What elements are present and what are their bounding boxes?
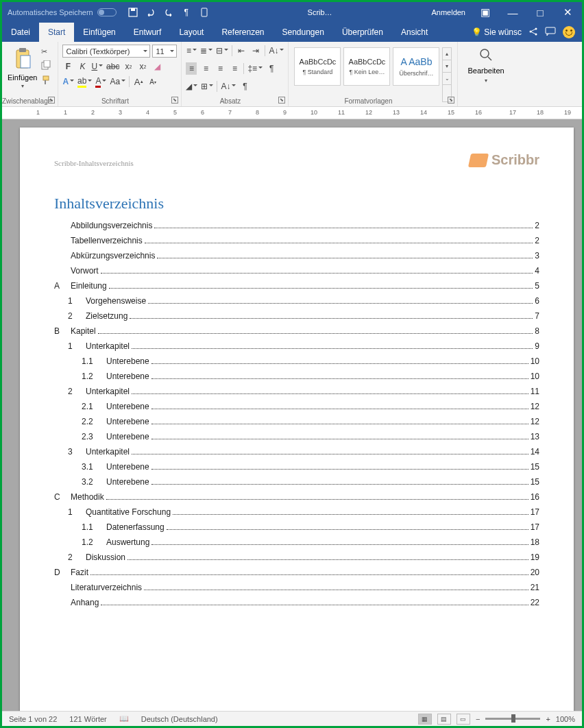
zoom-out-icon[interactable]: − bbox=[476, 715, 480, 723]
save-icon[interactable] bbox=[127, 6, 138, 19]
sort-az-icon[interactable]: A↓ bbox=[221, 80, 236, 93]
highlight-icon[interactable]: ab bbox=[77, 75, 92, 88]
toc-entry[interactable]: CMethodik 16 bbox=[54, 492, 539, 502]
superscript-button[interactable]: x2 bbox=[137, 60, 148, 73]
signin-link[interactable]: Anmelden bbox=[431, 8, 465, 16]
tab-einfügen[interactable]: Einfügen bbox=[74, 23, 124, 42]
style-heading1[interactable]: A AaBbÜberschrif… bbox=[393, 47, 439, 86]
toggle-switch-icon[interactable] bbox=[97, 8, 117, 16]
toc-entry[interactable]: AEinleitung 5 bbox=[54, 281, 539, 291]
tab-referenzen[interactable]: Referenzen bbox=[212, 23, 273, 42]
toc-entry[interactable]: 1.1Unterebene 10 bbox=[54, 356, 539, 366]
share-icon[interactable] bbox=[528, 27, 538, 38]
tab-ansicht[interactable]: Ansicht bbox=[392, 23, 437, 42]
change-case-button[interactable]: Aa bbox=[110, 75, 125, 88]
toc-entry[interactable]: Anhang 22 bbox=[54, 598, 539, 607]
zoom-slider[interactable] bbox=[485, 718, 540, 720]
view-print-icon[interactable]: ▤ bbox=[437, 714, 451, 725]
strikethrough-button[interactable]: abc bbox=[106, 60, 119, 73]
word-count[interactable]: 121 Wörter bbox=[69, 715, 106, 723]
language[interactable]: Deutsch (Deutschland) bbox=[141, 715, 218, 723]
feedback-smiley-icon[interactable] bbox=[563, 26, 575, 38]
toc-entry[interactable]: 1.2Unterebene 10 bbox=[54, 372, 539, 381]
style-no-spacing[interactable]: AaBbCcDc¶ Kein Lee… bbox=[343, 47, 390, 86]
undo-icon[interactable] bbox=[145, 6, 156, 19]
clipboard-launcher-icon[interactable]: ⬊ bbox=[48, 97, 55, 104]
paste-icon[interactable] bbox=[12, 47, 33, 72]
align-center-icon[interactable]: ≡ bbox=[200, 62, 211, 75]
minimize-icon[interactable]: — bbox=[505, 5, 520, 20]
subscript-button[interactable]: x2 bbox=[123, 60, 134, 73]
zoom-level[interactable]: 100% bbox=[556, 715, 575, 723]
autosave-toggle[interactable]: Automatisches Speichern bbox=[2, 8, 122, 16]
redo-icon[interactable] bbox=[163, 6, 174, 19]
show-marks-icon[interactable]: ¶ bbox=[266, 62, 277, 75]
tell-me[interactable]: 💡 Sie wünsc bbox=[472, 27, 522, 37]
view-read-icon[interactable]: ▦ bbox=[418, 714, 432, 725]
toc-entry[interactable]: 2.1Unterebene 12 bbox=[54, 402, 539, 411]
proofing-icon[interactable]: 📖 bbox=[119, 714, 129, 723]
toc-entry[interactable]: 2Zielsetzung 7 bbox=[54, 311, 539, 321]
toc-entry[interactable]: Abkürzungsverzeichnis 3 bbox=[54, 251, 539, 260]
bullets-icon[interactable]: ≡ bbox=[186, 45, 197, 57]
toc-entry[interactable]: Literaturverzeichnis 21 bbox=[54, 583, 539, 592]
editing-label[interactable]: Bearbeiten bbox=[467, 66, 504, 75]
horizontal-ruler[interactable]: 112345678910111213141516171819 bbox=[2, 107, 582, 119]
text-effects-icon[interactable]: A bbox=[62, 75, 74, 88]
toc-entry[interactable]: DFazit 20 bbox=[54, 568, 539, 577]
font-name-select[interactable]: Calibri (Textkörper) bbox=[62, 45, 150, 58]
cut-icon[interactable]: ✂ bbox=[41, 47, 51, 56]
tab-datei[interactable]: Datei bbox=[2, 23, 39, 42]
comments-icon[interactable] bbox=[545, 27, 556, 38]
close-icon[interactable]: ✕ bbox=[560, 5, 575, 20]
pilcrow-icon[interactable]: ¶ bbox=[181, 6, 192, 19]
toc-entry[interactable]: 1Vorgehensweise 6 bbox=[54, 296, 539, 306]
toc-entry[interactable]: 3.1Unterebene 15 bbox=[54, 462, 539, 472]
align-right-icon[interactable]: ≡ bbox=[215, 62, 226, 75]
sort-icon[interactable]: A↓ bbox=[269, 45, 284, 57]
line-spacing-icon[interactable]: ‡≡ bbox=[247, 62, 263, 75]
toc-entry[interactable]: 2Unterkapitel 11 bbox=[54, 387, 539, 396]
align-left-icon[interactable]: ≡ bbox=[186, 62, 197, 75]
numbering-icon[interactable]: ≣ bbox=[200, 45, 212, 57]
increase-indent-icon[interactable]: ⇥ bbox=[250, 45, 261, 57]
font-color-icon[interactable]: A bbox=[95, 75, 106, 88]
decrease-indent-icon[interactable]: ⇤ bbox=[236, 45, 247, 57]
toc-entry[interactable]: 2.2Unterebene 12 bbox=[54, 417, 539, 426]
tab-entwurf[interactable]: Entwurf bbox=[125, 23, 171, 42]
toc-entry[interactable]: 3Unterkapitel 14 bbox=[54, 447, 539, 457]
copy-icon[interactable] bbox=[41, 60, 51, 71]
styles-scroll[interactable]: ▴▾⌄ bbox=[442, 47, 452, 102]
toc-entry[interactable]: 1.2Auswertung 18 bbox=[54, 537, 539, 547]
tab-sendungen[interactable]: Sendungen bbox=[273, 23, 333, 42]
tab-überprüfen[interactable]: Überprüfen bbox=[333, 23, 392, 42]
shading-icon[interactable]: ◢ bbox=[186, 80, 197, 93]
document-area[interactable]: Scribbr-Inhaltsverzeichnis Scribbr Inhal… bbox=[2, 119, 582, 711]
toc-entry[interactable]: Vorwort 4 bbox=[54, 266, 539, 276]
bold-button[interactable]: F bbox=[62, 60, 73, 73]
view-web-icon[interactable]: ▭ bbox=[457, 714, 470, 725]
toc-entry[interactable]: 1.1Datenerfassung 17 bbox=[54, 522, 539, 532]
find-icon[interactable] bbox=[478, 47, 494, 64]
paste-label[interactable]: Einfügen bbox=[8, 73, 37, 82]
justify-icon[interactable]: ≡ bbox=[229, 62, 240, 75]
paragraph-launcher-icon[interactable]: ⬊ bbox=[278, 97, 285, 104]
italic-button[interactable]: K bbox=[77, 60, 88, 73]
grow-font-icon[interactable]: A▴ bbox=[133, 75, 144, 88]
clear-format-icon[interactable]: ◢ bbox=[151, 60, 162, 73]
page-count[interactable]: Seite 1 von 22 bbox=[9, 715, 57, 723]
zoom-in-icon[interactable]: + bbox=[546, 715, 550, 723]
pilcrow2-icon[interactable]: ¶ bbox=[239, 80, 250, 93]
format-painter-icon[interactable] bbox=[41, 75, 51, 86]
font-launcher-icon[interactable]: ⬊ bbox=[171, 97, 178, 104]
toc-entry[interactable]: Abbildungsverzeichnis 2 bbox=[54, 221, 539, 230]
ribbon-display-icon[interactable]: ▣ bbox=[478, 5, 493, 20]
tab-start[interactable]: Start bbox=[39, 23, 74, 42]
shrink-font-icon[interactable]: A▾ bbox=[147, 75, 158, 88]
borders-icon[interactable]: ⊞ bbox=[201, 80, 213, 93]
toc-entry[interactable]: Tabellenverzeichnis 2 bbox=[54, 236, 539, 245]
font-size-select[interactable]: 11 bbox=[152, 45, 177, 58]
toc-entry[interactable]: 2.3Unterebene 13 bbox=[54, 432, 539, 441]
underline-button[interactable]: U bbox=[91, 60, 103, 73]
multilevel-icon[interactable]: ⊟ bbox=[216, 45, 228, 57]
